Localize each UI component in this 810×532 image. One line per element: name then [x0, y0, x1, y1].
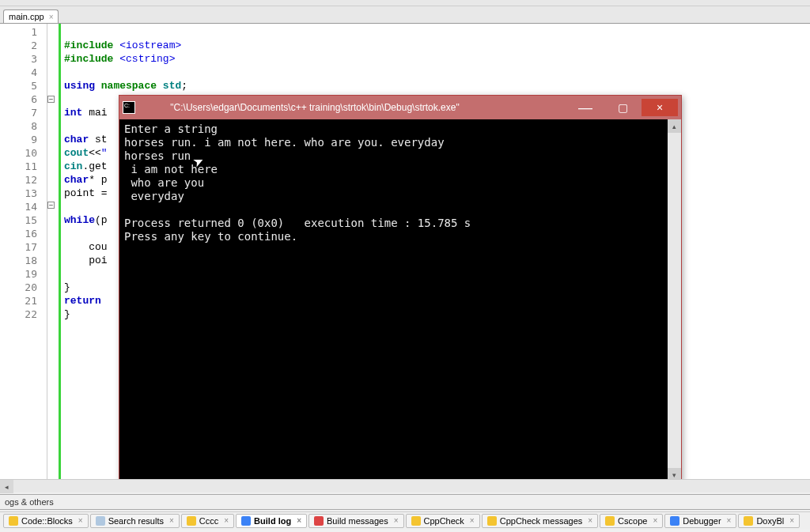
- tab-label: DoxyBl: [756, 516, 784, 526]
- tab-icon: [670, 516, 679, 526]
- tab-icon: [96, 516, 105, 526]
- tab-label: Code::Blocks: [21, 516, 73, 526]
- file-tab-main-cpp[interactable]: main.cpp ×: [3, 9, 59, 23]
- horizontal-scrollbar[interactable]: ◂: [0, 479, 810, 492]
- tab-label: CppCheck: [424, 516, 464, 526]
- console-titlebar[interactable]: "C:\Users\edgar\Documents\c++ training\s…: [119, 96, 681, 119]
- file-tab-label: main.cpp: [9, 12, 44, 21]
- bottom-tab-build-log[interactable]: Build log×: [236, 514, 307, 528]
- console-window[interactable]: "C:\Users\edgar\Documents\c++ training\s…: [119, 95, 682, 482]
- tab-label: CppCheck messages: [500, 516, 583, 526]
- close-icon[interactable]: ×: [653, 516, 657, 525]
- fold-toggle-icon[interactable]: −: [47, 202, 55, 209]
- tab-icon: [241, 516, 251, 526]
- console-icon: [123, 101, 135, 114]
- tab-icon: [411, 516, 421, 526]
- close-icon[interactable]: ×: [394, 516, 399, 525]
- tab-icon: [605, 516, 615, 526]
- console-scrollbar[interactable]: ▴ ▾: [668, 119, 681, 481]
- close-icon[interactable]: ×: [169, 516, 174, 525]
- top-toolbar: [0, 0, 810, 6]
- bottom-tab-cscope[interactable]: Cscope×: [600, 514, 663, 528]
- tab-label: Cscope: [618, 516, 647, 526]
- tab-label: Debugger: [683, 516, 721, 526]
- file-tab-bar: main.cpp ×: [0, 6, 810, 24]
- bottom-tab-bar: Code::Blocks×Search results×Cccc×Build l…: [0, 511, 810, 529]
- tab-label: Search results: [108, 516, 164, 526]
- console-title: "C:\Users\edgar\Documents\c++ training\s…: [142, 102, 567, 113]
- scroll-left-icon[interactable]: ◂: [0, 480, 13, 493]
- close-icon[interactable]: ×: [49, 13, 54, 21]
- bottom-tab-doxybl[interactable]: DoxyBl×: [738, 514, 800, 528]
- close-icon[interactable]: ×: [727, 516, 732, 525]
- close-icon[interactable]: ×: [588, 516, 592, 525]
- bottom-tab-cccc[interactable]: Cccc×: [181, 514, 234, 528]
- console-body[interactable]: Enter a string horses run. i am not here…: [119, 119, 681, 481]
- close-icon[interactable]: ×: [78, 516, 83, 525]
- tab-icon: [314, 516, 324, 526]
- close-icon[interactable]: ×: [224, 516, 229, 525]
- tab-icon: [9, 516, 18, 526]
- maximize-button[interactable]: ▢: [604, 99, 641, 116]
- close-button[interactable]: ×: [642, 99, 678, 116]
- close-icon[interactable]: ×: [789, 516, 794, 525]
- bottom-tab-cppcheck-messages[interactable]: CppCheck messages×: [482, 514, 598, 528]
- tab-label: Build messages: [327, 516, 388, 526]
- logs-panel-header[interactable]: ogs & others: [0, 494, 810, 510]
- close-icon[interactable]: ×: [297, 516, 301, 525]
- fold-toggle-icon[interactable]: −: [47, 96, 55, 103]
- tab-label: Build log: [254, 516, 291, 526]
- tab-icon: [187, 516, 196, 526]
- bottom-tab-debugger[interactable]: Debugger×: [664, 514, 736, 528]
- tab-icon: [487, 516, 497, 526]
- scroll-up-icon[interactable]: ▴: [668, 119, 681, 133]
- bottom-tab-build-messages[interactable]: Build messages×: [308, 514, 404, 528]
- line-number-gutter: 1 2 3 4 5 6 7 8 9 10 11 12 13 14 15 16 1…: [0, 24, 47, 482]
- console-output: Enter a string horses run. i am not here…: [119, 119, 681, 247]
- bottom-tab-search-results[interactable]: Search results×: [90, 514, 180, 528]
- tab-label: Cccc: [199, 516, 218, 526]
- minimize-button[interactable]: —: [567, 99, 604, 116]
- fold-gutter: − −: [47, 24, 59, 482]
- bottom-tab-code-blocks[interactable]: Code::Blocks×: [3, 514, 89, 528]
- close-icon[interactable]: ×: [470, 516, 475, 525]
- tab-icon: [744, 516, 753, 526]
- bottom-tab-cppcheck[interactable]: CppCheck×: [406, 514, 480, 528]
